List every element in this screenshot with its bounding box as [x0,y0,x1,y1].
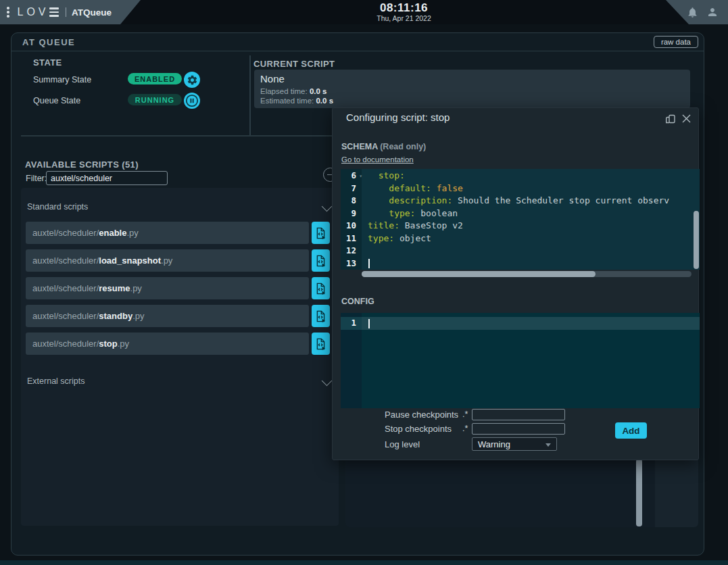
line-number: 6▾ [341,170,362,182]
code-text: default: false [362,182,463,195]
standard-scripts-header[interactable]: Standard scripts [27,202,88,212]
schema-vertical-scrollbar[interactable] [694,211,699,269]
screen: LOV ATQueue 08:11:16 Thu, Apr 21 2022 AT… [0,0,728,565]
clock-time: 08:11:16 [365,2,443,14]
line-number: 1 [341,317,362,330]
summary-state-badge: ENABLED [128,73,182,84]
script-ext: .py [118,339,129,349]
launch-script-icon [315,310,326,323]
schema-code-line[interactable]: 8 description: Should the Scheduler stop… [341,195,700,207]
launch-script-button[interactable] [312,333,330,355]
estimated-time-label: Estimated time: [260,97,314,105]
line-number: 11 [341,232,362,245]
top-bar-left: LOV ATQueue [0,0,141,24]
launch-script-button[interactable] [312,277,330,299]
code-token: type: [389,208,415,218]
log-level-value: Warning [478,439,510,449]
schema-code-line[interactable]: 6▾ stop: [341,170,700,182]
script-path: auxtel/scheduler/ [32,283,99,293]
code-text: description: Should the Scheduler stop c… [362,195,669,207]
state-section-title: STATE [33,57,62,68]
user-icon[interactable] [706,6,719,18]
gear-icon [187,74,198,86]
external-scripts-header[interactable]: External scripts [27,376,84,386]
code-text: type: object [362,232,431,245]
menu-kebab-icon[interactable] [7,7,9,18]
code-text: type: boolean [362,207,458,220]
raw-data-button[interactable]: raw data [654,36,698,48]
summary-state-settings-button[interactable] [184,72,200,88]
schema-code-line[interactable]: 11type: object [341,232,700,245]
schema-editor[interactable]: 6▾ stop:7 default: false8 description: S… [341,169,700,270]
detach-window-button[interactable] [664,113,677,127]
script-row[interactable]: auxtel/scheduler/resume.py [26,277,309,299]
detach-window-icon [664,113,677,125]
love-logo-e-icon [49,7,59,17]
code-token [368,195,389,205]
config-code-line[interactable]: 1 [341,317,700,330]
code-token: Should the Scheduler stop current observ [452,195,669,205]
schema-horizontal-scrollbar[interactable] [362,271,691,277]
line-number: 10 [341,220,362,232]
code-token [368,208,389,218]
script-name: standby [99,311,132,321]
elapsed-time-value: 0.0 s [310,87,327,95]
code-text: stop: [362,170,405,182]
current-script-card: None Elapsed time: 0.0 s Estimated time:… [254,70,690,108]
schema-code-line[interactable]: 10title: BaseStop v2 [341,220,700,232]
launch-script-button[interactable] [312,222,330,244]
line-number: 12 [341,245,362,257]
schema-code-line[interactable]: 9 type: boolean [341,207,700,220]
pause-icon [184,93,200,109]
add-button[interactable]: Add [615,422,647,439]
schema-code-line[interactable]: 13 [341,257,700,270]
standard-scripts-chevron-down-icon[interactable] [322,201,333,212]
filter-input[interactable] [46,171,168,185]
script-row[interactable]: auxtel/scheduler/stop.py [26,333,309,355]
elapsed-time-label: Elapsed time: [260,87,308,95]
script-name: load_snapshot [99,255,161,266]
script-ext: .py [132,311,144,321]
script-name: enable [99,228,126,238]
summary-state-label: Summary State [33,75,91,84]
script-ext: .py [130,283,142,293]
notifications-bell-icon[interactable] [687,7,698,18]
script-row[interactable]: auxtel/scheduler/standby.py [26,305,309,327]
top-bar: LOV ATQueue 08:11:16 Thu, Apr 21 2022 [0,0,728,24]
current-script-name: None [260,73,285,84]
go-to-documentation-link[interactable]: Go to documentation [341,155,414,164]
script-path: auxtel/scheduler/ [32,255,99,266]
clock-date: Thu, Apr 21 2022 [365,14,443,22]
launch-script-button[interactable] [312,249,330,272]
schema-readonly-note: (Read only) [380,142,426,151]
launch-script-button[interactable] [312,305,330,327]
pause-checkpoints-input[interactable] [472,409,565,420]
log-level-label: Log level [385,439,460,449]
code-text [362,245,368,257]
code-token: stop: [379,170,405,180]
app-name: ATQueue [72,7,112,18]
panel-title: AT QUEUE [22,37,75,47]
code-token: default: [389,183,431,193]
logo-divider [66,7,67,17]
code-token: object [394,233,431,243]
close-modal-button[interactable] [681,114,691,126]
schema-code-line[interactable]: 7 default: false [341,182,700,195]
script-ext: .py [161,255,172,266]
close-icon [681,114,691,124]
pause-queue-button[interactable] [184,93,200,109]
launch-script-icon [315,337,326,351]
queue-scrollbar[interactable] [636,459,642,526]
schema-horizontal-scrollbar-thumb[interactable] [362,271,596,277]
fold-chevron-icon[interactable]: ▾ [359,170,362,183]
config-editor[interactable]: 1 [341,313,700,408]
script-row[interactable]: auxtel/scheduler/load_snapshot.py [26,249,309,272]
code-token: description: [389,195,452,205]
schema-code-line[interactable]: 12 [341,245,700,257]
log-level-select[interactable]: Warning [472,437,557,451]
stop-checkpoints-input[interactable] [472,423,565,435]
stop-checkpoints-label: Stop checkpoints [385,424,460,434]
script-row[interactable]: auxtel/scheduler/enable.py [26,222,309,244]
external-scripts-chevron-down-icon[interactable] [322,376,333,387]
line-number: 13 [341,257,362,270]
